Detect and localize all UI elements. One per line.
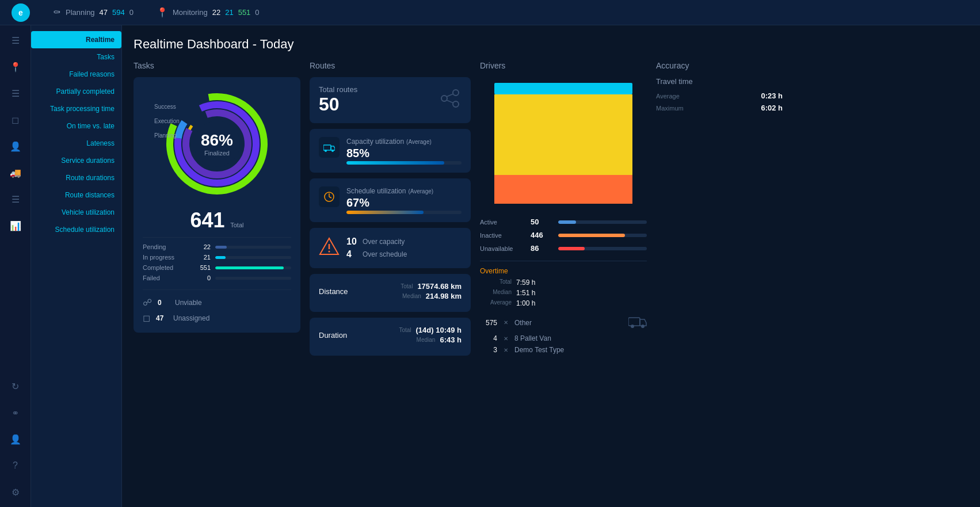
menu-icon[interactable]: ☰ bbox=[7, 32, 24, 48]
vt-x-1: ✕ bbox=[502, 336, 510, 342]
task-stat-completed: Completed 551 bbox=[143, 264, 291, 271]
box-icon[interactable]: ◻ bbox=[7, 112, 24, 128]
svg-rect-23 bbox=[494, 175, 632, 204]
top-nav-items: ⚰ Planning 47 594 0 📍 Monitoring 22 21 5… bbox=[53, 7, 260, 18]
completed-val: 551 bbox=[193, 264, 211, 271]
nav-schedule-utilization[interactable]: Schedule utilization bbox=[31, 221, 121, 238]
truck-util-icon bbox=[319, 137, 340, 158]
list-icon[interactable]: ☰ bbox=[7, 191, 24, 207]
nav-tasks[interactable]: Tasks bbox=[31, 48, 121, 66]
over-items: 10 Over capacity 4 Over schedule bbox=[346, 237, 407, 260]
overtime-section: Overtime Total 7:59 h Median 1:51 h bbox=[480, 261, 647, 307]
distance-card: Distance Total 17574.68 km Median 214.98… bbox=[310, 274, 471, 312]
clock-util-icon bbox=[319, 186, 340, 207]
svg-rect-22 bbox=[494, 94, 632, 175]
nav-route-durations[interactable]: Route durations bbox=[31, 169, 121, 186]
completed-label: Completed bbox=[143, 264, 189, 271]
legend-execution: Execution bbox=[154, 118, 180, 124]
active-val: 50 bbox=[531, 218, 554, 226]
page-title: Realtime Dashboard - Today bbox=[134, 37, 968, 52]
vt-num-2: 3 bbox=[480, 346, 497, 354]
app-logo[interactable]: e bbox=[12, 3, 30, 22]
planning-nav-item[interactable]: ⚰ Planning 47 594 0 bbox=[53, 7, 134, 18]
ot-median-val: 1:51 h bbox=[516, 289, 535, 297]
nav-realtime[interactable]: Realtime bbox=[31, 31, 121, 48]
ot-total-sub: Total bbox=[480, 279, 512, 287]
capacity-bar-fill bbox=[346, 161, 444, 165]
donut-pct: 86% bbox=[201, 131, 233, 150]
distance-row: Distance Total 17574.68 km Median 214.98… bbox=[319, 282, 462, 300]
task-stat-pending: Pending 22 bbox=[143, 243, 291, 250]
distance-total-val: 17574.68 km bbox=[417, 282, 462, 291]
nav-vehicle-utilization[interactable]: Vehicle utilization bbox=[31, 204, 121, 221]
completed-bar bbox=[215, 266, 291, 269]
layers-icon[interactable]: ☰ bbox=[7, 85, 24, 101]
user-icon[interactable]: 👤 bbox=[7, 138, 24, 154]
inprogress-val: 21 bbox=[193, 254, 211, 261]
accuracy-section-title: Accuracy bbox=[656, 61, 783, 70]
nav-sidebar: Realtime Tasks Failed reasons Partially … bbox=[31, 25, 122, 507]
planning-num2: 594 bbox=[112, 8, 125, 17]
planning-label: Planning bbox=[66, 8, 95, 17]
overtime-rows: Total 7:59 h Median 1:51 h Average 1:00 … bbox=[480, 279, 647, 307]
svg-rect-21 bbox=[494, 83, 632, 94]
nav-route-distances[interactable]: Route distances bbox=[31, 186, 121, 204]
task-stat-failed: Failed 0 bbox=[143, 275, 291, 281]
completed-bar-fill bbox=[215, 266, 284, 269]
network-icon[interactable]: ⚭ bbox=[7, 405, 24, 421]
svg-point-28 bbox=[641, 325, 645, 328]
settings-icon[interactable]: ⚙ bbox=[7, 484, 24, 500]
ot-median-sub: Median bbox=[480, 289, 512, 297]
capacity-avg: (Average) bbox=[406, 139, 432, 145]
total-routes-info: Total routes 50 bbox=[319, 85, 357, 115]
ot-total-val: 7:59 h bbox=[516, 279, 535, 287]
active-bar bbox=[558, 220, 647, 224]
donut-center: 86% Finalized bbox=[201, 131, 233, 157]
inprogress-label: In progress bbox=[143, 254, 189, 261]
travel-time-average-row: Average 0:23 h bbox=[656, 92, 783, 100]
nav-lateness[interactable]: Lateness bbox=[31, 135, 121, 152]
truck-icon[interactable]: 🚚 bbox=[7, 165, 24, 181]
monitoring-nav-item[interactable]: 📍 Monitoring 22 21 551 0 bbox=[157, 7, 260, 18]
svg-point-13 bbox=[325, 150, 327, 152]
overtime-total: Total 7:59 h bbox=[480, 279, 647, 287]
schedule-title: Schedule utilization bbox=[346, 187, 406, 195]
capacity-bar bbox=[346, 161, 462, 165]
nav-service-durations[interactable]: Service durations bbox=[31, 152, 121, 169]
vt-row-0: 575 ✕ Other bbox=[480, 314, 647, 331]
svg-point-14 bbox=[331, 150, 334, 152]
refresh-icon[interactable]: ↻ bbox=[7, 378, 24, 394]
duration-row: Duration Total (14d) 10:49 h Median 6:43… bbox=[319, 326, 462, 344]
nav-task-processing-time[interactable]: Task processing time bbox=[31, 100, 121, 117]
svg-point-20 bbox=[329, 251, 330, 253]
travel-time-maximum-row: Maximum 6:02 h bbox=[656, 104, 783, 112]
share-icon bbox=[438, 87, 462, 114]
svg-marker-12 bbox=[331, 146, 335, 150]
over-schedule-item: 4 Over schedule bbox=[346, 249, 407, 260]
nav-failed-reasons[interactable]: Failed reasons bbox=[31, 66, 121, 83]
svg-line-17 bbox=[329, 197, 331, 198]
over-capacity-item: 10 Over capacity bbox=[346, 237, 407, 247]
svg-line-9 bbox=[447, 94, 453, 97]
distance-median-val: 214.98 km bbox=[426, 292, 462, 300]
vt-row-1: 4 ✕ 8 Pallet Van bbox=[480, 334, 647, 342]
schedule-util-card: Schedule utilization(Average) 67% bbox=[310, 178, 471, 222]
unviable-label: Unviable bbox=[175, 299, 202, 307]
drivers-chart-svg bbox=[480, 77, 647, 209]
chart-icon[interactable]: 📊 bbox=[7, 218, 24, 234]
tasks-stats: Pending 22 In progress 21 bbox=[143, 243, 291, 281]
inprogress-bar-fill bbox=[215, 256, 226, 259]
nav-partially-completed[interactable]: Partially completed bbox=[31, 83, 121, 100]
help-icon[interactable]: ? bbox=[7, 458, 24, 474]
vt-num-1: 4 bbox=[480, 334, 497, 342]
svg-rect-24 bbox=[494, 203, 632, 204]
monitoring-num3: 551 bbox=[238, 8, 251, 17]
person-icon[interactable]: 👤 bbox=[7, 431, 24, 447]
map-icon[interactable]: 📍 bbox=[7, 59, 24, 75]
accuracy-panel: Travel time Average 0:23 h Maximum 6:02 … bbox=[656, 77, 783, 112]
nav-on-time-vs-late[interactable]: On time vs. late bbox=[31, 117, 121, 135]
over-schedule-num: 4 bbox=[346, 249, 358, 260]
overtime-median: Median 1:51 h bbox=[480, 289, 647, 297]
failed-label: Failed bbox=[143, 275, 189, 281]
overtime-average: Average 1:00 h bbox=[480, 299, 647, 307]
